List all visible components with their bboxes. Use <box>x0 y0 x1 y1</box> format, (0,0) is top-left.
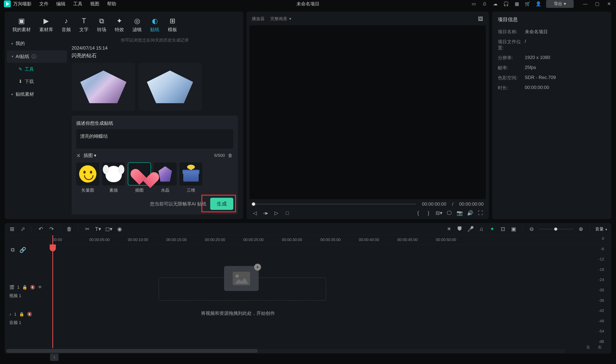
minimize-icon[interactable]: — <box>582 1 588 7</box>
lock-icon[interactable]: 🔒 <box>19 312 24 317</box>
sticker-result-1[interactable] <box>72 63 135 111</box>
tab-my-media[interactable]: ▣我的素材 <box>9 15 34 34</box>
sidebar-item-sticker-assets[interactable]: ▸贴纸素材 <box>7 88 67 100</box>
timeline-ruler[interactable]: 00:00 00:00:05:00 00:00:10:00 00:00:15:0… <box>51 235 611 245</box>
style-vector[interactable]: 矢量图 <box>76 162 99 193</box>
zoom-in-icon[interactable]: ⊕ <box>577 226 584 233</box>
prev-frame-icon[interactable]: ◁ <box>252 210 258 216</box>
music-tool-icon[interactable]: ♫ <box>478 226 485 233</box>
user-icon[interactable]: 👤 <box>535 1 542 7</box>
timeline-scrollbar[interactable] <box>6 349 565 353</box>
fullscreen-icon[interactable]: ⛶ <box>477 210 484 216</box>
zoom-slider[interactable] <box>539 229 574 230</box>
sidebar-item-ai-sticker[interactable]: ▾AI贴纸ⓘ <box>7 50 67 63</box>
redo-icon[interactable]: ↷ <box>48 226 55 233</box>
shield-icon[interactable]: ⛊ <box>456 226 463 233</box>
ai-tool-icon[interactable]: ✦ <box>489 226 495 233</box>
timeline-tracks[interactable]: 00:00 00:00:05:00 00:00:10:00 00:00:15:0… <box>51 235 611 348</box>
trash-icon[interactable]: 🗑 <box>228 153 233 158</box>
maximize-icon[interactable]: ▢ <box>594 1 600 7</box>
snapshot-list-icon[interactable]: 🖼 <box>477 16 484 22</box>
play-icon[interactable]: ▷ <box>273 210 280 216</box>
menu-edit[interactable]: 编辑 <box>56 1 65 7</box>
playhead[interactable] <box>52 235 53 348</box>
link-icon[interactable]: ⧉ <box>9 246 16 253</box>
tab-text[interactable]: T文字 <box>76 15 92 34</box>
step-back-icon[interactable]: ◃▸ <box>263 210 269 216</box>
quality-dropdown[interactable]: 完整画质▾ <box>270 16 291 22</box>
sticker-result-2[interactable] <box>138 63 202 111</box>
stop-icon[interactable]: □ <box>284 210 290 216</box>
scrub-handle[interactable] <box>252 202 255 206</box>
tab-sticker[interactable]: ◐贴纸 <box>147 15 162 34</box>
eye-icon[interactable]: 👁 <box>38 285 42 290</box>
tab-filter[interactable]: ◎滤镜 <box>129 15 145 34</box>
prompt-input[interactable]: 漂亮的蝴蝶结 <box>76 129 233 149</box>
cart-icon[interactable]: 🛒 <box>525 1 531 7</box>
sidebar-item-mine[interactable]: ▸我的 <box>7 37 67 50</box>
layout-icon[interactable]: ⊞ <box>8 226 15 233</box>
mute-icon[interactable]: 🔇 <box>30 285 35 290</box>
grid-icon[interactable]: ▦ <box>514 1 520 7</box>
tab-template[interactable]: ⊞模板 <box>165 15 180 34</box>
mark-out-icon[interactable]: } <box>425 210 432 216</box>
style-dropdown[interactable]: 插图▾ <box>84 152 96 158</box>
info-badge-icon: ⓘ <box>32 53 36 60</box>
tab-transition[interactable]: ⧉转场 <box>94 15 109 34</box>
style-illustration[interactable]: 插图 <box>128 162 151 193</box>
color-icon[interactable]: ◉ <box>116 226 123 233</box>
app-name: 万兴喵影 <box>13 1 32 7</box>
sidebar-item-tools[interactable]: ✎工具 <box>7 64 67 75</box>
close-icon[interactable]: ✕ <box>606 1 612 7</box>
zoom-handle[interactable] <box>554 228 557 231</box>
tab-stock[interactable]: ▶素材库 <box>36 15 56 34</box>
sun-icon[interactable]: ☀ <box>446 226 452 233</box>
effects-icon: ✦ <box>115 17 123 25</box>
info-label: 色彩空间: <box>498 75 525 81</box>
scrub-bar[interactable] <box>252 204 416 205</box>
sticker-sidebar: ▸我的 ▾AI贴纸ⓘ ✎工具 ⬇下载 ▸贴纸素材 ‹ <box>7 37 69 217</box>
scrollbar-thumb[interactable] <box>6 349 258 353</box>
delete-icon[interactable]: 🗑 <box>66 226 73 233</box>
mute-icon[interactable]: 🔇 <box>27 312 32 317</box>
lock-icon[interactable]: 🔒 <box>22 285 27 290</box>
export-button[interactable]: 导出▾ <box>546 0 574 8</box>
zoom-out-icon[interactable]: ⊖ <box>528 226 535 233</box>
text-tool-icon[interactable]: T▾ <box>95 226 101 233</box>
frame-icon[interactable]: ⊡ <box>499 226 506 233</box>
volume-label[interactable]: 音量▲ <box>595 226 608 232</box>
sidebar-item-download[interactable]: ⬇下载 <box>7 76 67 87</box>
chain-icon[interactable]: 🔗 <box>19 246 26 253</box>
shuffle-icon[interactable]: ⤨ <box>76 153 81 158</box>
tab-audio[interactable]: ♪音频 <box>58 15 74 34</box>
mic-icon[interactable]: 🎤 <box>467 226 474 233</box>
ratio-icon[interactable]: ⊟▾ <box>436 210 442 216</box>
style-3d[interactable]: 三维 <box>179 162 203 193</box>
undo-icon[interactable]: ↶ <box>37 226 44 233</box>
time-separator: / <box>452 201 454 207</box>
speaker-icon[interactable]: 🔊 <box>467 210 473 216</box>
crop-icon[interactable]: ◻▾ <box>105 226 112 233</box>
marker-icon[interactable]: ▣ <box>510 226 517 233</box>
generate-button[interactable]: 生成 <box>210 198 233 210</box>
audio-track-header[interactable]: ♪1 🔒🔇 <box>5 309 51 319</box>
display-icon[interactable]: 🖵 <box>446 210 452 216</box>
menu-view[interactable]: 视图 <box>90 1 99 7</box>
device-icon[interactable]: ▭ <box>471 1 477 7</box>
tab-effects[interactable]: ✦特效 <box>112 15 127 34</box>
menu-tools[interactable]: 工具 <box>73 1 82 7</box>
timeline-toolbar: ⊞ ⬀ ↶ ↷ 🗑 ✂ T▾ ◻▾ ◉ ☀ ⛊ 🎤 ♫ ✦ ⊡ ▣ ⊖ ⊕ 音量… <box>5 223 611 235</box>
save-icon[interactable]: ⎙ <box>481 1 488 7</box>
mark-in-icon[interactable]: { <box>415 210 421 216</box>
preview-viewport[interactable] <box>250 25 486 199</box>
drop-zone[interactable] <box>159 277 326 300</box>
camera-icon[interactable]: 📷 <box>457 210 463 216</box>
video-track-header[interactable]: 🎬1 🔒🔇👁 <box>5 282 51 293</box>
menu-help[interactable]: 帮助 <box>107 1 116 7</box>
menu-file[interactable]: 文件 <box>39 1 49 7</box>
pointer-icon[interactable]: ⬀ <box>19 226 26 233</box>
split-icon[interactable]: ✂ <box>84 226 91 233</box>
style-sketch[interactable]: 素描 <box>102 162 125 193</box>
headset-icon[interactable]: 🎧 <box>503 1 509 7</box>
cloud-icon[interactable]: ☁ <box>492 1 498 7</box>
